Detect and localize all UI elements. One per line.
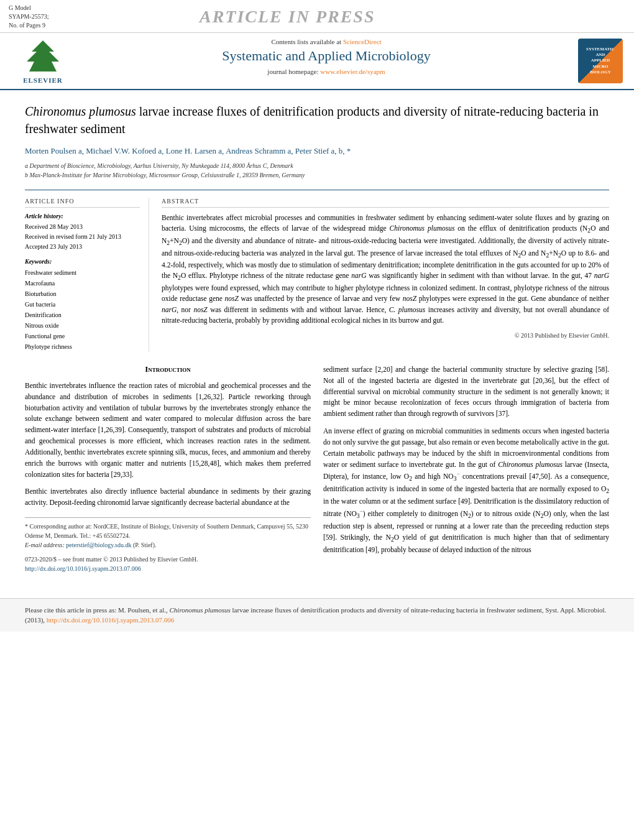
elsevier-tree-svg [18,38,68,74]
abstract-text: Benthic invertebrates affect microbial p… [162,213,609,326]
top-banner: G Model SYAPM-25573; No. of Pages 9 ARTI… [0,0,634,33]
elsevier-logo: ELSEVIER [9,38,77,84]
affiliation-b: b Max-Planck-Institute for Marine Microb… [25,170,609,180]
intro-paragraph1: Benthic invertebrates influence the reac… [25,381,311,480]
main-body: Introduction Benthic invertebrates influ… [25,364,609,573]
abstract-label: ABSTRACT [162,198,609,208]
corresponding-author: * Corresponding author at: NordCEE, Inst… [25,522,311,540]
journal-header-center: Contents lists available at ScienceDirec… [83,38,569,84]
authors: Morten Poulsen a, Michael V.W. Kofoed a,… [25,146,609,156]
revised-date: Received in revised form 21 July 2013 [25,232,140,242]
model-info: G Model SYAPM-25573; No. of Pages 9 [9,4,48,30]
abstract-col: ABSTRACT Benthic invertebrates affect mi… [162,198,609,352]
email-label: E-mail address: [25,542,65,548]
keywords-label: Keywords: [25,258,140,265]
article-title: Chironomus plumosus larvae increase flux… [25,103,609,137]
keyword-3: Bioturbation [25,288,140,299]
cite-italic: Chironomus plumosus [169,606,230,614]
journal-badge-right: SYSTEMATICANDAPPLIEDMICROBIOLOGY [576,38,625,84]
email-link[interactable]: peterstief@biology.sdu.dk [66,542,131,548]
contents-label: Contents lists available at [271,38,341,45]
keyword-4: Gut bacteria [25,299,140,310]
history-label: Article history: [25,213,140,219]
cite-prefix: Please cite this article in press as: M.… [25,606,168,614]
keyword-7: Functional gene [25,331,140,341]
g-model: G Model [9,4,48,12]
sciencedirect-link[interactable]: ScienceDirect [343,38,382,45]
identifier: SYAPM-25573; [9,12,48,21]
keyword-8: Phylotype richness [25,341,140,352]
title-italic-part: Chironomus plumosus [25,104,136,118]
pages: No. of Pages 9 [9,21,48,30]
affiliations: a Department of Bioscience, Microbiology… [25,161,609,180]
history-dates: Received 28 May 2013 Received in revised… [25,222,140,252]
watermark-text: ARTICLE IN PRESS [200,7,375,26]
keyword-1: Freshwater sediment [25,267,140,278]
keywords-list: Freshwater sediment Macrofauna Bioturbat… [25,267,140,352]
cite-url[interactable]: http://dx.doi.org/10.1016/j.syapm.2013.0… [47,616,174,624]
email-line: E-mail address: peterstief@biology.sdu.d… [25,540,311,550]
right-paragraph2: An inverse effect of grazing on microbia… [323,426,609,556]
elsevier-label: ELSEVIER [23,76,63,84]
affiliation-a: a Department of Bioscience, Microbiology… [25,161,609,170]
doi-link[interactable]: http://dx.doi.org/10.1016/j.syapm.2013.0… [25,565,141,572]
issn: 0723-2020/$ – see front matter © 2013 Pu… [25,556,198,563]
keyword-5: Denitrification [25,310,140,320]
article-info-col: ARTICLE INFO Article history: Received 2… [25,198,149,352]
footer-bar: Please cite this article in press as: M.… [0,598,634,632]
left-col: Introduction Benthic invertebrates influ… [25,364,311,573]
article-content: Chironomus plumosus larvae increase flux… [0,90,634,586]
copyright-line: © 2013 Published by Elsevier GmbH. [162,332,609,339]
right-col: sediment surface [2,20] and change the b… [323,364,609,573]
journal-badge: SYSTEMATICANDAPPLIEDMICROBIOLOGY [578,39,623,83]
footnotes: * Corresponding author at: NordCEE, Inst… [25,517,311,573]
keyword-6: Nitrous oxide [25,320,140,331]
article-info-abstract: ARTICLE INFO Article history: Received 2… [25,190,609,352]
homepage-label: journal homepage: [267,68,318,75]
doi-line: http://dx.doi.org/10.1016/j.syapm.2013.0… [25,564,311,573]
article-in-press-watermark: ARTICLE IN PRESS [48,7,526,27]
journal-homepage: journal homepage: www.elsevier.de/syapm [83,68,569,75]
email-person: (P. Stief). [133,542,157,548]
right-paragraph1: sediment surface [2,20] and change the b… [323,364,609,420]
journal-header: ELSEVIER Contents lists available at Sci… [0,33,634,90]
received-date: Received 28 May 2013 [25,222,140,232]
article-info-label: ARTICLE INFO [25,198,140,208]
journal-title: Systematic and Applied Microbiology [83,48,569,64]
accepted-date: Accepted 23 July 2013 [25,242,140,252]
issn-line: 0723-2020/$ – see front matter © 2013 Pu… [25,555,311,564]
intro-heading: Introduction [25,364,311,374]
intro-paragraph2: Benthic invertebrates also directly infl… [25,486,311,509]
keyword-2: Macrofauna [25,278,140,288]
homepage-link[interactable]: www.elsevier.de/syapm [320,68,385,75]
contents-available: Contents lists available at ScienceDirec… [83,38,569,45]
